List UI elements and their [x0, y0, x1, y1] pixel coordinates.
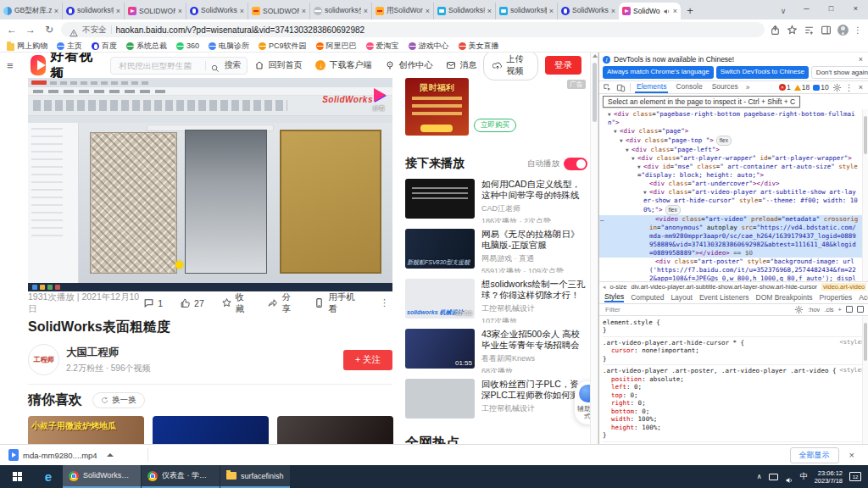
- layout-toggle-icon[interactable]: [857, 306, 864, 313]
- up-next-item[interactable]: 01:5543家企业招500余人 高校毕业生等青年专场招聘会在...看看新闻Kn…: [405, 329, 587, 373]
- bookmark-item[interactable]: 百度: [92, 41, 117, 52]
- style-property[interactable]: left: 0;: [603, 383, 865, 391]
- bookmark-item[interactable]: 美女直播: [459, 41, 499, 52]
- search-input[interactable]: [117, 60, 201, 71]
- forward-icon[interactable]: →: [24, 24, 37, 36]
- video-thumbnail[interactable]: solidworks 机械设计02:58: [405, 279, 475, 319]
- comment-action[interactable]: 1: [143, 297, 163, 308]
- expand-arrow-icon[interactable]: ▼: [632, 154, 637, 163]
- bookmark-item[interactable]: 360: [176, 42, 199, 50]
- menu-hamburger-icon[interactable]: ≡: [7, 59, 17, 72]
- start-button[interactable]: [0, 465, 34, 488]
- style-rule[interactable]: <style>.art-video-player .art-video {z-i…: [603, 442, 865, 444]
- tab-close-icon[interactable]: ×: [426, 7, 430, 15]
- expand-arrow-icon[interactable]: ▼: [626, 146, 632, 154]
- elements-tree[interactable]: ▼<div class="pagebase-right-bottom pageb…: [599, 109, 868, 281]
- bookmark-star-icon[interactable]: [787, 24, 798, 36]
- search-box[interactable]: 搜索: [110, 57, 248, 75]
- browser-tab[interactable]: SolidWork×: [619, 3, 681, 19]
- tree-node[interactable]: ▼<div class="art-player-wrapper" id="art…: [599, 154, 868, 163]
- tab-close-icon[interactable]: ×: [487, 7, 492, 15]
- window-maximize-button[interactable]: □: [819, 0, 843, 19]
- tab-audio-icon[interactable]: [663, 8, 670, 15]
- tree-node[interactable]: ▼<div class="page">: [599, 127, 868, 136]
- speaker-icon[interactable]: [785, 473, 793, 481]
- browser-tab[interactable]: solidworks特征×: [62, 3, 124, 19]
- styles-tab-properties[interactable]: Properties: [820, 293, 853, 302]
- up-next-item[interactable]: 如何用CAD自定义线型，这种中间带字母的特殊线型...CAD江老师186次播放 …: [405, 179, 587, 223]
- styles-rules[interactable]: element.style {}<style>.art-video-player…: [599, 316, 868, 444]
- scrollbar-thumb[interactable]: [593, 63, 597, 122]
- tab-close-icon[interactable]: ×: [611, 7, 615, 15]
- like-action[interactable]: 27: [180, 297, 204, 308]
- search-button[interactable]: 搜索: [224, 59, 241, 71]
- tabs-overflow-chevron[interactable]: »: [744, 82, 752, 92]
- tab-close-icon[interactable]: ×: [549, 7, 554, 15]
- devtools-tab-console[interactable]: Console: [674, 81, 704, 93]
- tray-expand-icon[interactable]: ∧: [757, 473, 762, 480]
- style-rule[interactable]: <style>.art-video-player .art-poster, .a…: [603, 365, 865, 442]
- share-icon[interactable]: [770, 24, 782, 36]
- tree-node[interactable]: <div class="art-poster" style="backgroun…: [599, 258, 868, 281]
- ad-image[interactable]: 限时福利: [405, 78, 469, 136]
- breadcrumb-item[interactable]: div.art-video-player.art-subtitle-show.a…: [632, 283, 818, 291]
- tab-close-icon[interactable]: ×: [116, 7, 120, 15]
- watch-on-phone-action[interactable]: 用手机看: [314, 291, 359, 315]
- breadcrumb-item[interactable]: o-size: [610, 283, 627, 291]
- style-property[interactable]: position: absolute;: [603, 375, 865, 384]
- more-actions-icon[interactable]: ⋮: [376, 297, 392, 308]
- downloads-bar-close-icon[interactable]: ×: [849, 450, 854, 460]
- tab-close-icon[interactable]: ×: [364, 7, 368, 15]
- accessibility-mode-button[interactable]: 辅助模式: [575, 381, 590, 424]
- filter-tool[interactable]: +: [838, 306, 842, 313]
- bookmark-item[interactable]: 电脑诊所: [209, 41, 249, 52]
- styles-tab-dom-breakpoints[interactable]: DOM Breakpoints: [756, 293, 813, 302]
- refresh-button[interactable]: 换一换: [92, 392, 145, 408]
- video-thumbnail[interactable]: [405, 179, 475, 219]
- filter-tool[interactable]: .cls: [824, 306, 833, 313]
- browser-menu-icon[interactable]: ⋮: [854, 25, 862, 35]
- browser-tab[interactable]: SOLIDWORKS:×: [124, 3, 186, 19]
- nav-item-home[interactable]: 回到首页: [254, 59, 302, 71]
- style-property[interactable]: height: 100%;: [603, 424, 865, 432]
- devtools-tab-sources[interactable]: Sources: [710, 81, 740, 93]
- expand-arrow-icon[interactable]: ▼: [608, 110, 614, 119]
- styles-tab-layout[interactable]: Layout: [670, 293, 693, 302]
- guess-thumbnail[interactable]: [277, 416, 393, 444]
- bookmark-item[interactable]: 主页: [57, 41, 82, 52]
- expand-arrow-icon[interactable]: ▼: [643, 188, 649, 197]
- banner-close-icon[interactable]: ×: [857, 55, 865, 64]
- notification-center-icon[interactable]: 12: [849, 472, 861, 481]
- grid-toggle-icon[interactable]: [846, 306, 853, 313]
- breadcrumb-item[interactable]: video.art-video: [821, 283, 866, 291]
- back-icon[interactable]: ←: [5, 24, 19, 36]
- tab-close-icon[interactable]: ×: [673, 7, 677, 15]
- styles-tab-computed[interactable]: Computed: [631, 293, 664, 302]
- warning-badge[interactable]: 18: [794, 83, 810, 92]
- browser-tab[interactable]: 用SolidWorks...×: [371, 3, 433, 19]
- download-item[interactable]: mda-mm9280....mp4: [8, 449, 114, 461]
- styles-tab-event-listeners[interactable]: Event Listeners: [699, 293, 749, 302]
- style-property[interactable]: cursor: none!important;: [603, 347, 865, 355]
- browser-tab[interactable]: solidworks坐标×: [309, 3, 371, 19]
- side-panel-icon[interactable]: [821, 24, 832, 36]
- download-expand-icon[interactable]: [107, 453, 114, 457]
- guess-thumbnail[interactable]: 小叔子用微波炉烤地瓜: [28, 416, 144, 444]
- window-close-button[interactable]: ×: [843, 0, 868, 19]
- new-tab-button[interactable]: +: [681, 3, 699, 19]
- tree-node[interactable]: <video class="art-video" preload="metada…: [599, 215, 868, 258]
- reading-list-icon[interactable]: [804, 24, 815, 36]
- styles-tab-styles[interactable]: Styles: [604, 292, 624, 302]
- profile-avatar[interactable]: [837, 25, 849, 36]
- devtools-menu-icon[interactable]: ⋮: [845, 83, 854, 92]
- browser-tab[interactable]: Solidworks教程×: [433, 3, 495, 19]
- style-property[interactable]: top: 0;: [603, 391, 865, 400]
- tab-close-icon[interactable]: ×: [240, 7, 244, 15]
- bookmark-item[interactable]: 游戏中心: [409, 41, 449, 52]
- ime-indicator[interactable]: 中: [800, 471, 808, 482]
- expand-arrow-icon[interactable]: ▼: [614, 127, 620, 136]
- uploader-name[interactable]: 大国工程师: [66, 346, 150, 360]
- follow-button[interactable]: + 关注: [343, 350, 392, 370]
- bookmark-item[interactable]: 网上购物: [7, 41, 47, 52]
- style-rule[interactable]: <style>.art-video-player.art-hide-cursor…: [603, 337, 865, 366]
